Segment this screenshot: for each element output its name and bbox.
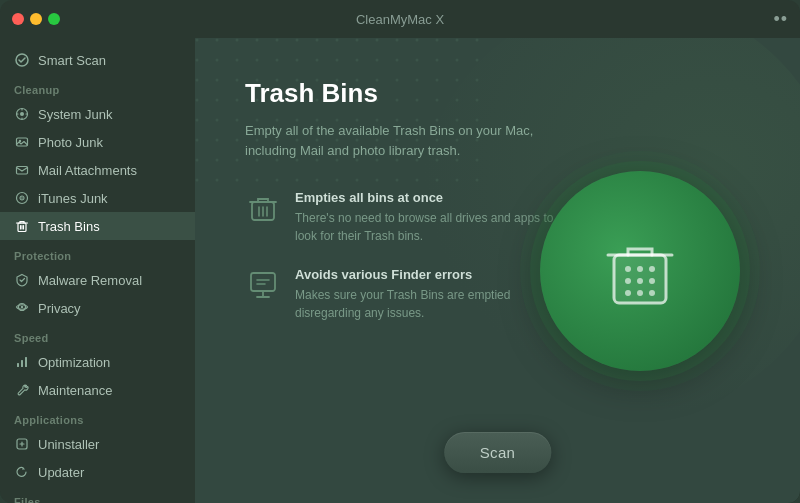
titlebar: CleanMyMac X •• xyxy=(0,0,800,38)
smart-scan-icon xyxy=(14,52,30,68)
itunes-icon xyxy=(14,190,30,206)
main-layout: Smart Scan Cleanup System Junk xyxy=(0,38,800,503)
sidebar-item-mail-attachments[interactable]: Mail Attachments xyxy=(0,156,195,184)
svg-point-2 xyxy=(20,112,24,116)
trash-bins-sidebar-icon xyxy=(14,218,30,234)
uninstaller-icon xyxy=(14,436,30,452)
section-cleanup: Cleanup xyxy=(0,74,195,100)
close-button[interactable] xyxy=(12,13,24,25)
avoids-errors-text: Avoids various Finder errors Makes sure … xyxy=(295,267,565,322)
privacy-label: Privacy xyxy=(38,301,81,316)
page-description: Empty all of the available Trash Bins on… xyxy=(245,121,565,160)
content-area: Trash Bins Empty all of the available Tr… xyxy=(195,38,800,503)
malware-icon xyxy=(14,272,30,288)
mail-attachments-label: Mail Attachments xyxy=(38,163,137,178)
sidebar-item-photo-junk[interactable]: Photo Junk xyxy=(0,128,195,156)
section-applications: Applications xyxy=(0,404,195,430)
section-protection: Protection xyxy=(0,240,195,266)
svg-point-8 xyxy=(21,197,23,199)
sidebar-item-uninstaller[interactable]: Uninstaller xyxy=(0,430,195,458)
photo-junk-icon xyxy=(14,134,30,150)
svg-point-25 xyxy=(649,266,655,272)
svg-point-29 xyxy=(625,290,631,296)
svg-point-30 xyxy=(637,290,643,296)
trash-bins-label: Trash Bins xyxy=(38,219,100,234)
trash-circle xyxy=(540,171,740,371)
sidebar-item-trash-bins[interactable]: Trash Bins xyxy=(0,212,195,240)
avoids-errors-desc: Makes sure your Trash Bins are emptied d… xyxy=(295,286,565,322)
sidebar-item-smart-scan[interactable]: Smart Scan xyxy=(0,46,195,74)
updater-label: Updater xyxy=(38,465,84,480)
sidebar-item-malware-removal[interactable]: Malware Removal xyxy=(0,266,195,294)
sidebar: Smart Scan Cleanup System Junk xyxy=(0,38,195,503)
svg-rect-14 xyxy=(25,357,27,367)
app-title: CleanMyMac X xyxy=(356,12,444,27)
optimization-icon xyxy=(14,354,30,370)
sidebar-item-updater[interactable]: Updater xyxy=(0,458,195,486)
svg-rect-21 xyxy=(251,273,275,291)
trash-can-svg xyxy=(596,227,684,315)
privacy-icon xyxy=(14,300,30,316)
svg-point-11 xyxy=(21,306,23,308)
menu-dots-icon[interactable]: •• xyxy=(773,9,788,30)
svg-rect-5 xyxy=(17,167,28,175)
svg-rect-3 xyxy=(17,138,28,146)
empties-all-title: Empties all bins at once xyxy=(295,190,565,205)
mail-icon xyxy=(14,162,30,178)
scan-button-area: Scan xyxy=(444,432,551,473)
sidebar-item-itunes-junk[interactable]: iTunes Junk xyxy=(0,184,195,212)
empties-all-desc: There's no need to browse all drives and… xyxy=(295,209,565,245)
trash-icon-area xyxy=(540,171,740,371)
system-junk-label: System Junk xyxy=(38,107,112,122)
sidebar-item-system-junk[interactable]: System Junk xyxy=(0,100,195,128)
photo-junk-label: Photo Junk xyxy=(38,135,103,150)
optimization-label: Optimization xyxy=(38,355,110,370)
feature-empties-all: Empties all bins at once There's no need… xyxy=(245,190,565,245)
scan-button[interactable]: Scan xyxy=(444,432,551,473)
system-junk-icon xyxy=(14,106,30,122)
malware-removal-label: Malware Removal xyxy=(38,273,142,288)
sidebar-item-privacy[interactable]: Privacy xyxy=(0,294,195,322)
svg-point-28 xyxy=(649,278,655,284)
empties-all-icon xyxy=(245,190,281,226)
content-inner: Trash Bins Empty all of the available Tr… xyxy=(245,78,565,344)
avoids-errors-title: Avoids various Finder errors xyxy=(295,267,565,282)
page-title: Trash Bins xyxy=(245,78,565,109)
feature-avoids-errors: Avoids various Finder errors Makes sure … xyxy=(245,267,565,322)
updater-icon xyxy=(14,464,30,480)
section-speed: Speed xyxy=(0,322,195,348)
svg-point-26 xyxy=(625,278,631,284)
maintenance-label: Maintenance xyxy=(38,383,112,398)
maximize-button[interactable] xyxy=(48,13,60,25)
empties-all-text: Empties all bins at once There's no need… xyxy=(295,190,565,245)
maintenance-icon xyxy=(14,382,30,398)
svg-point-24 xyxy=(637,266,643,272)
minimize-button[interactable] xyxy=(30,13,42,25)
svg-point-27 xyxy=(637,278,643,284)
sidebar-item-optimization[interactable]: Optimization xyxy=(0,348,195,376)
traffic-lights xyxy=(12,13,60,25)
avoids-errors-icon xyxy=(245,267,281,303)
section-files: Files xyxy=(0,486,195,503)
sidebar-item-maintenance[interactable]: Maintenance xyxy=(0,376,195,404)
app-window: CleanMyMac X •• Smart Scan Cleanup xyxy=(0,0,800,503)
svg-point-31 xyxy=(649,290,655,296)
smart-scan-label: Smart Scan xyxy=(38,53,106,68)
itunes-junk-label: iTunes Junk xyxy=(38,191,108,206)
svg-rect-12 xyxy=(17,363,19,367)
uninstaller-label: Uninstaller xyxy=(38,437,99,452)
svg-point-23 xyxy=(625,266,631,272)
svg-rect-13 xyxy=(21,360,23,367)
